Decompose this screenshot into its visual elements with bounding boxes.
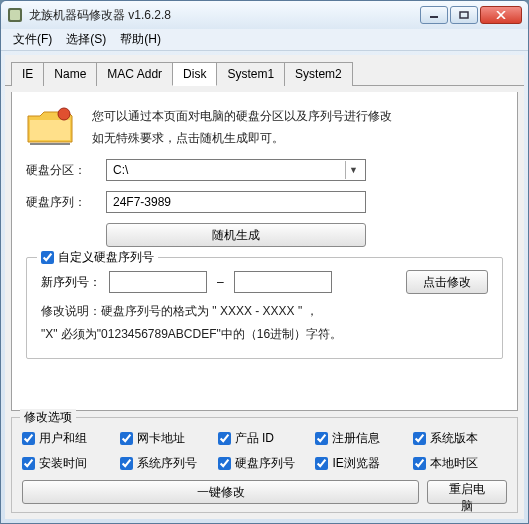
menu-select[interactable]: 选择(S): [60, 29, 112, 50]
menubar: 文件(F) 选择(S) 帮助(H): [1, 29, 528, 51]
apply-all-button[interactable]: 一键修改: [22, 480, 419, 504]
titlebar[interactable]: 龙族机器码修改器 v1.6.2.8: [1, 1, 528, 29]
intro-line1: 您可以通过本页面对电脑的硬盘分区以及序列号进行修改: [92, 106, 392, 128]
restart-button[interactable]: 重启电脑: [427, 480, 507, 504]
tab-system1[interactable]: System1: [216, 62, 285, 86]
window-controls: [420, 6, 522, 24]
opt-sys-version[interactable]: 系统版本: [413, 430, 507, 447]
opt-timezone[interactable]: 本地时区: [413, 455, 507, 472]
partition-label: 硬盘分区：: [26, 162, 96, 179]
options-legend: 修改选项: [20, 409, 76, 426]
close-button[interactable]: [480, 6, 522, 24]
tab-ie[interactable]: IE: [11, 62, 44, 86]
options-buttons: 一键修改 重启电脑: [22, 480, 507, 504]
app-icon: [7, 7, 23, 23]
opt-product-id[interactable]: 产品 ID: [218, 430, 312, 447]
note-line1: 修改说明：硬盘序列号的格式为 " XXXX - XXXX " ，: [41, 300, 488, 323]
serial-label: 硬盘序列：: [26, 194, 96, 211]
opt-reg-info[interactable]: 注册信息: [315, 430, 409, 447]
intro-text: 您可以通过本页面对电脑的硬盘分区以及序列号进行修改 如无特殊要求，点击随机生成即…: [92, 106, 392, 149]
opt-user-group[interactable]: 用户和组: [22, 430, 116, 447]
menu-file[interactable]: 文件(F): [7, 29, 58, 50]
chevron-down-icon: ▼: [345, 161, 361, 179]
svg-rect-3: [460, 12, 468, 18]
intro-line2: 如无特殊要求，点击随机生成即可。: [92, 128, 392, 150]
generate-button[interactable]: 随机生成: [106, 223, 366, 247]
tab-name[interactable]: Name: [43, 62, 97, 86]
tab-disk-panel: 您可以通过本页面对电脑的硬盘分区以及序列号进行修改 如无特殊要求，点击随机生成即…: [11, 92, 518, 411]
gen-row: 随机生成: [26, 223, 503, 247]
custom-legend-label: 自定义硬盘序列号: [58, 249, 154, 266]
opt-disk-serial[interactable]: 硬盘序列号: [218, 455, 312, 472]
opt-install-time[interactable]: 安装时间: [22, 455, 116, 472]
custom-serial-group: 自定义硬盘序列号 新序列号： – 点击修改 修改说明：硬盘序列号的格式为 " X…: [26, 257, 503, 359]
maximize-button[interactable]: [450, 6, 478, 24]
minimize-button[interactable]: [420, 6, 448, 24]
partition-combo[interactable]: C:\ ▼: [106, 159, 366, 181]
new-serial-b-input[interactable]: [234, 271, 332, 293]
opt-nic-addr[interactable]: 网卡地址: [120, 430, 214, 447]
custom-checkbox[interactable]: [41, 251, 54, 264]
new-serial-a-input[interactable]: [109, 271, 207, 293]
serial-row: 硬盘序列：: [26, 191, 503, 213]
options-group: 修改选项 用户和组 网卡地址 产品 ID 注册信息 系统版本 安装时间 系统序列…: [11, 417, 518, 513]
tab-system2[interactable]: System2: [284, 62, 353, 86]
partition-value: C:\: [113, 163, 128, 177]
client-area: IE Name MAC Addr Disk System1 System2 您可…: [5, 55, 524, 519]
tab-disk[interactable]: Disk: [172, 62, 217, 86]
svg-marker-7: [30, 120, 70, 140]
options-grid: 用户和组 网卡地址 产品 ID 注册信息 系统版本 安装时间 系统序列号 硬盘序…: [22, 430, 507, 472]
svg-rect-1: [10, 10, 20, 20]
svg-point-8: [58, 108, 70, 120]
note-block: 修改说明：硬盘序列号的格式为 " XXXX - XXXX " ， "X" 必须为…: [41, 300, 488, 346]
dash-text: –: [215, 275, 226, 289]
custom-legend: 自定义硬盘序列号: [37, 249, 158, 266]
app-window: 龙族机器码修改器 v1.6.2.8 文件(F) 选择(S) 帮助(H) IE N…: [0, 0, 529, 524]
opt-sys-serial[interactable]: 系统序列号: [120, 455, 214, 472]
new-serial-row: 新序列号： – 点击修改: [41, 270, 488, 294]
folder-icon: [26, 106, 74, 146]
tab-mac[interactable]: MAC Addr: [96, 62, 173, 86]
opt-ie-browser[interactable]: IE浏览器: [315, 455, 409, 472]
partition-row: 硬盘分区： C:\ ▼: [26, 159, 503, 181]
serial-input[interactable]: [106, 191, 366, 213]
note-line2: "X" 必须为"0123456789ABCDEF"中的（16进制）字符。: [41, 323, 488, 346]
modify-button[interactable]: 点击修改: [406, 270, 488, 294]
menu-help[interactable]: 帮助(H): [114, 29, 167, 50]
intro-row: 您可以通过本页面对电脑的硬盘分区以及序列号进行修改 如无特殊要求，点击随机生成即…: [26, 106, 503, 149]
tab-strip: IE Name MAC Addr Disk System1 System2: [5, 55, 524, 86]
window-title: 龙族机器码修改器 v1.6.2.8: [29, 7, 420, 24]
new-serial-label: 新序列号：: [41, 274, 101, 291]
